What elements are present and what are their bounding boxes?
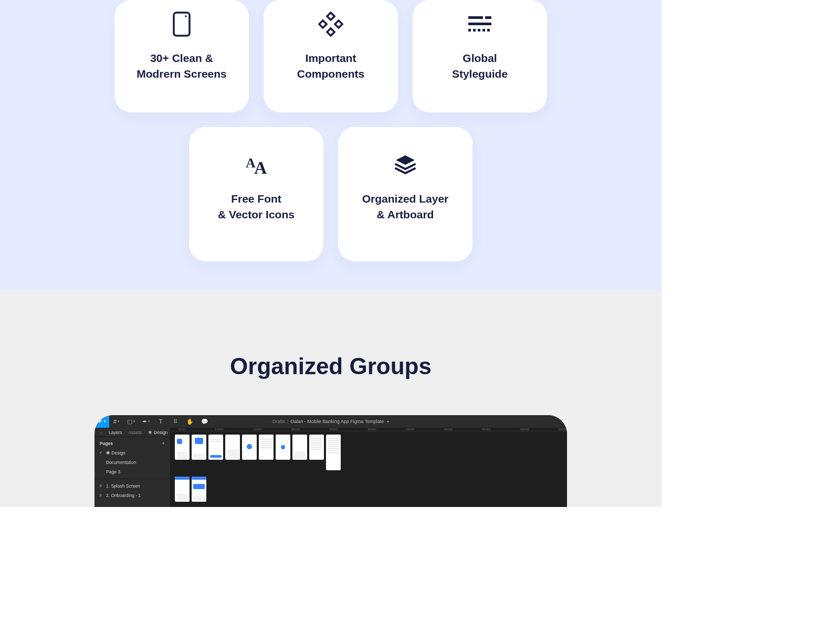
tab-design[interactable]: Design	[154, 430, 167, 435]
breadcrumb-root[interactable]: Drafts	[272, 419, 285, 424]
artboard-thumb[interactable]	[242, 435, 257, 460]
svg-marker-16	[396, 155, 415, 165]
feature-card-styleguide: GlobalStyleguide	[413, 0, 547, 112]
page-item-design[interactable]: ✱ Design	[94, 448, 170, 458]
artboard-thumb[interactable]	[225, 435, 240, 460]
shape-tool-icon[interactable]: ▢▾	[124, 415, 139, 428]
artboard-thumb[interactable]	[292, 435, 307, 460]
ruler: 5000100001500020000250003000035000400004…	[171, 428, 567, 431]
artboard-thumb[interactable]	[259, 435, 274, 460]
svg-rect-0	[174, 13, 190, 36]
page-item-documentation[interactable]: Documentation	[94, 458, 170, 467]
figma-body: ⌕ Layers Assets ✱Design▾ Pages + ✱ Desig…	[94, 428, 567, 507]
artboard-row	[175, 477, 567, 502]
feature-card-screens: 30+ Clean &Modrern Screens	[114, 0, 249, 112]
pages-header: Pages +	[94, 437, 170, 448]
page-item-page3[interactable]: Page 3	[94, 467, 170, 477]
artboard-thumb[interactable]	[175, 477, 190, 502]
figma-left-panel: ⌕ Layers Assets ✱Design▾ Pages + ✱ Desig…	[94, 428, 171, 507]
layers-icon	[394, 150, 417, 179]
artboard-thumb[interactable]	[326, 435, 341, 470]
artboard-thumb[interactable]	[309, 435, 324, 460]
text-tool-icon[interactable]: T	[153, 415, 168, 428]
svg-rect-2	[327, 13, 334, 20]
artboard-thumb[interactable]	[208, 435, 223, 460]
artboard-thumb[interactable]	[175, 435, 190, 460]
panel-divider	[94, 479, 170, 479]
feature-label: GlobalStyleguide	[452, 50, 508, 82]
breadcrumb-separator: /	[287, 419, 289, 424]
svg-rect-5	[335, 20, 342, 28]
layer-item[interactable]: 1. Splash Screen	[94, 481, 170, 491]
svg-rect-13	[487, 29, 490, 31]
figma-titlebar: ▾ #▾ ▢▾ ✒▾ T ⠿ ✋ 💬 Drafts / Oalan - Mobi…	[94, 415, 567, 428]
figma-canvas-area: 5000100001500020000250003000035000400004…	[171, 428, 567, 507]
frame-tool-icon[interactable]: #▾	[109, 415, 124, 428]
figma-canvas[interactable]	[171, 431, 567, 507]
figma-toolbar: ▾ #▾ ▢▾ ✒▾ T ⠿ ✋ 💬	[94, 415, 212, 428]
feature-card-components: ImportantComponents	[264, 0, 398, 112]
layer-item[interactable]: 2. Onboarding - 1	[94, 491, 170, 500]
features-row-1: 30+ Clean &Modrern Screens ImportantComp…	[114, 0, 547, 112]
artboard-row	[175, 435, 567, 470]
feature-card-layers: Organized Layer& Artboard	[338, 127, 472, 261]
font-icon: AA	[243, 150, 270, 179]
svg-rect-3	[327, 28, 334, 36]
features-row-2: AA Free Font& Vector Icons Organized Lay…	[189, 127, 472, 261]
pen-tool-icon[interactable]: ✒▾	[139, 415, 153, 428]
feature-card-font: AA Free Font& Vector Icons	[189, 127, 323, 261]
svg-text:A: A	[254, 158, 267, 177]
svg-rect-4	[319, 20, 327, 28]
add-page-icon[interactable]: +	[162, 441, 165, 446]
feature-label: 30+ Clean &Modrern Screens	[136, 50, 227, 82]
components-icon	[318, 9, 343, 39]
phone-icon	[173, 9, 191, 39]
panel-tabs: ⌕ Layers Assets ✱Design▾	[94, 428, 170, 437]
svg-rect-6	[468, 16, 483, 19]
move-tool-icon[interactable]: ▾	[94, 415, 109, 428]
hand-tool-icon[interactable]: ✋	[183, 415, 197, 428]
svg-rect-8	[468, 23, 491, 25]
svg-rect-10	[473, 29, 476, 31]
feature-label: Free Font& Vector Icons	[218, 191, 295, 223]
artboard-thumb[interactable]	[276, 435, 290, 460]
tab-assets[interactable]: Assets	[129, 430, 142, 435]
figma-screenshot: ▾ #▾ ▢▾ ✒▾ T ⠿ ✋ 💬 Drafts / Oalan - Mobi…	[94, 415, 567, 507]
features-section: 30+ Clean &Modrern Screens ImportantComp…	[0, 0, 662, 290]
svg-rect-7	[485, 16, 491, 19]
tab-layers[interactable]: Layers	[109, 430, 122, 435]
svg-point-1	[185, 15, 187, 17]
svg-rect-12	[482, 29, 485, 31]
svg-rect-11	[478, 29, 480, 31]
artboard-thumb[interactable]	[192, 477, 206, 502]
feature-label: Organized Layer& Artboard	[362, 191, 449, 223]
feature-label: ImportantComponents	[297, 50, 364, 82]
pages-label: Pages	[100, 441, 113, 446]
breadcrumb-file[interactable]: Oalan - Mobile Banking App Figma Templat…	[290, 419, 384, 424]
groups-section: Organized Groups ▾ #▾ ▢▾ ✒▾ T ⠿ ✋ 💬 Draf…	[0, 290, 662, 507]
chevron-down-icon[interactable]: ▾	[387, 419, 389, 424]
comment-tool-icon[interactable]: 💬	[197, 415, 212, 428]
artboard-thumb[interactable]	[192, 435, 206, 460]
svg-rect-9	[468, 29, 471, 31]
styleguide-icon	[468, 9, 491, 39]
section-title: Organized Groups	[230, 353, 432, 379]
search-icon[interactable]: ⌕	[100, 430, 102, 435]
resources-tool-icon[interactable]: ⠿	[168, 415, 183, 428]
